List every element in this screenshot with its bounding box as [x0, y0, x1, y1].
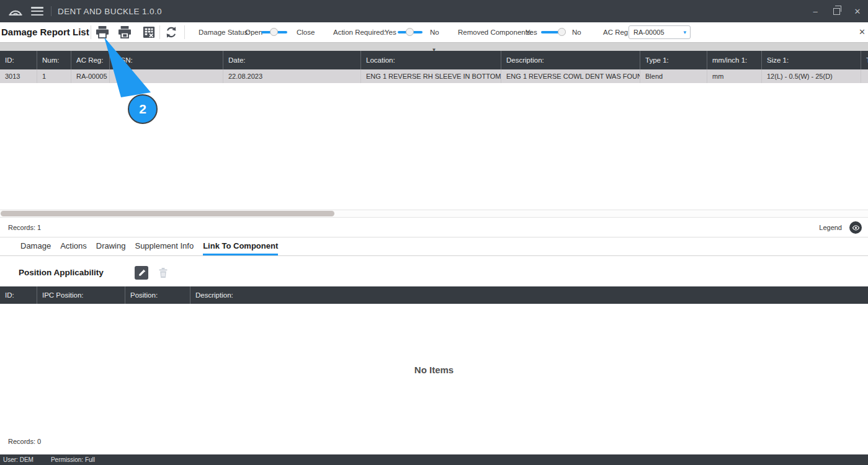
print-preview-icon [118, 26, 132, 38]
edit-button[interactable] [135, 266, 148, 280]
column-header-ac-reg[interactable]: AC Reg: [71, 51, 110, 69]
column-header-mm-inch1[interactable]: mm/inch 1: [707, 51, 762, 69]
detail-records-count: Records: 0 [8, 438, 41, 445]
cell-size1: 12(L) - 0.5(W) - 25(D) [762, 69, 861, 83]
column-header-position[interactable]: Position: [125, 286, 190, 304]
filter-collapse-strip[interactable]: ▼ [0, 42, 868, 51]
legend-label: Legend [819, 224, 842, 231]
column-header-msn[interactable]: MSN: [110, 51, 223, 69]
cell-location: ENG 1 REVERSE RH SLEEVE IN BOTTOM PLACE.… [361, 69, 501, 83]
window-controls: – ✕ [805, 0, 868, 22]
ac-reg-value: RA-00005 [629, 29, 683, 36]
restore-icon [833, 8, 840, 15]
refresh-button[interactable] [163, 25, 179, 40]
column-header-num[interactable]: Num: [37, 51, 71, 69]
column-header-type1[interactable]: Type 1: [640, 51, 707, 69]
minimize-icon: – [813, 7, 817, 16]
report-toolbar: Damage Report List [0, 22, 868, 42]
page-title: Damage Report List [1, 22, 89, 42]
damage-status-label: Damage Status: [199, 22, 249, 42]
damage-status-left-label: Open [245, 22, 262, 42]
titlebar-divider [51, 6, 51, 16]
print-icon [96, 26, 109, 38]
titlebar: DENT AND BUCKLE 1.0.0 – ✕ [0, 0, 868, 22]
cell-num: 1 [37, 69, 71, 83]
cell-id: 3013 [0, 69, 37, 83]
status-user: User: DEM [3, 456, 34, 463]
close-icon: ✕ [854, 7, 861, 16]
column-header-date[interactable]: Date: [223, 51, 361, 69]
tab-link-to-component[interactable]: Link To Component [203, 237, 278, 255]
report-table-header: ID: Num: AC Reg: MSN: Date: Location: De… [0, 51, 868, 69]
toggle-knob[interactable] [558, 28, 566, 36]
ac-reg-select[interactable]: RA-00005 ▾ [629, 25, 691, 39]
action-required-label: Action Required: [333, 22, 386, 42]
ac-reg-label: AC Reg: [603, 22, 630, 42]
section-title: Position Applicability [19, 264, 104, 282]
scrollbar-thumb[interactable] [1, 211, 334, 216]
print-button[interactable] [94, 25, 110, 40]
cell-type2 [861, 69, 868, 83]
column-header-size1[interactable]: Size 1: [762, 51, 861, 69]
action-required-left-label: Yes [385, 22, 396, 42]
tab-actions[interactable]: Actions [60, 237, 87, 255]
removed-components-right-label: No [572, 22, 581, 42]
cell-date: 22.08.2023 [223, 69, 361, 83]
horizontal-scrollbar[interactable] [0, 210, 868, 218]
toolbar-divider [184, 25, 185, 39]
position-applicability-toolbar: Position Applicability [0, 264, 868, 282]
column-header-type2[interactable]: T [861, 51, 868, 69]
refresh-icon [164, 25, 178, 39]
chevron-down-icon: ▾ [683, 29, 690, 35]
removed-components-label: Removed Components: [458, 22, 533, 42]
edit-pencil-icon [138, 269, 146, 277]
delete-button[interactable] [156, 266, 170, 280]
column-header-ipc-position[interactable]: IPC Position: [37, 286, 125, 304]
export-excel-icon [143, 26, 155, 38]
report-table-row[interactable]: 3013 1 RA-00005 22.08.2023 ENG 1 REVERSE… [0, 69, 868, 83]
minimize-button[interactable]: – [805, 0, 826, 22]
removed-components-left-label: Yes [526, 22, 537, 42]
tab-damage[interactable]: Damage [20, 237, 51, 255]
detail-tabs: Damage Actions Drawing Supplement Info L… [0, 237, 868, 256]
column-header-location[interactable]: Location: [361, 51, 501, 69]
annotation-step-badge: 2 [128, 94, 158, 124]
restore-button[interactable] [826, 0, 847, 22]
action-required-right-label: No [430, 22, 439, 42]
window-title: DENT AND BUCKLE 1.0.0 [58, 7, 162, 16]
panel-close-button[interactable]: ✕ [856, 22, 868, 42]
records-count: Records: 1 [8, 218, 41, 237]
report-records-bar: Records: 1 Legend [0, 218, 868, 237]
print-preview-button[interactable] [117, 25, 133, 40]
damage-status-right-label: Close [297, 22, 315, 42]
cell-description: ENG 1 REVERSE COWL DENT WAS FOUND [501, 69, 640, 83]
cell-ac-reg: RA-00005 [71, 69, 110, 83]
empty-state-message: No Items [0, 365, 868, 375]
action-required-toggle[interactable] [398, 31, 423, 33]
removed-components-toggle[interactable] [541, 31, 563, 33]
close-button[interactable]: ✕ [847, 0, 868, 22]
cell-mm-inch1: mm [707, 69, 762, 83]
damage-status-toggle[interactable] [261, 31, 287, 33]
tab-drawing[interactable]: Drawing [96, 237, 126, 255]
column-header-id[interactable]: ID: [0, 286, 37, 304]
detail-table-header: ID: IPC Position: Position: Description: [0, 286, 868, 304]
export-excel-button[interactable] [141, 25, 157, 40]
status-permission: Permission: Full [51, 456, 95, 463]
toggle-knob[interactable] [406, 28, 414, 36]
hamburger-menu-icon[interactable] [31, 7, 43, 16]
tab-supplement-info[interactable]: Supplement Info [135, 237, 194, 255]
trash-icon [158, 267, 168, 278]
statusbar: User: DEM Permission: Full [0, 454, 868, 465]
column-header-description[interactable]: Description: [501, 51, 640, 69]
column-header-description[interactable]: Description: [190, 286, 868, 304]
cell-msn [110, 69, 223, 83]
cell-type1: Blend [640, 69, 707, 83]
app-logo-icon [7, 4, 24, 18]
legend-toggle-button[interactable] [849, 221, 862, 234]
column-header-id[interactable]: ID: [0, 51, 37, 69]
eye-icon [852, 224, 860, 232]
toggle-knob[interactable] [270, 28, 278, 36]
toolbar-divider [159, 25, 160, 39]
toolbar-divider [91, 25, 91, 39]
